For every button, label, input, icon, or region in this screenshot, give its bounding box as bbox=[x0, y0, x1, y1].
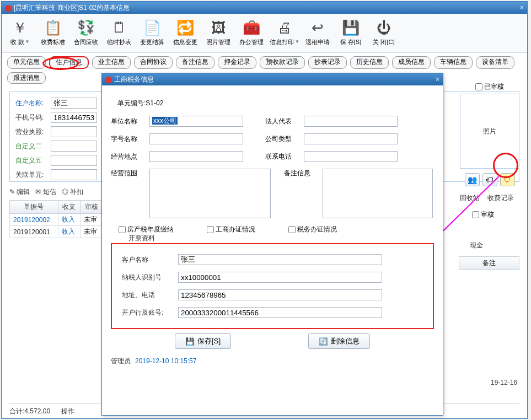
window-title: [昆明汇笨科技·商业区]S1-02的基本信息 bbox=[14, 4, 130, 12]
toolbar-btn-2[interactable]: 💱合同应收 bbox=[70, 17, 102, 50]
audit-checkbox[interactable]: 审核 bbox=[472, 210, 494, 219]
scope-textarea[interactable] bbox=[149, 169, 271, 218]
fill-button[interactable]: ◎ 补扣 bbox=[62, 187, 83, 197]
tab-9[interactable]: 成员信息 bbox=[392, 56, 431, 69]
cust-label: 客户名称 bbox=[122, 255, 178, 265]
ctype-label: 公司类型 bbox=[265, 134, 298, 144]
toolbar-btn-8[interactable]: 🖨信息打印▼ bbox=[269, 17, 301, 50]
tab-6[interactable]: 预收款记录 bbox=[260, 56, 305, 69]
save-button[interactable]: 💾保存[S] bbox=[175, 333, 231, 349]
company-input[interactable]: xxx公司 bbox=[149, 116, 243, 127]
addrtel-input[interactable] bbox=[178, 289, 382, 300]
tag-icon-button[interactable]: 🏷 bbox=[482, 173, 497, 186]
toolbar-btn-0[interactable]: ￥收 款▼ bbox=[4, 17, 36, 50]
brand-label: 字号名称 bbox=[111, 134, 144, 144]
toolbar-icon: 🖨 bbox=[275, 18, 294, 37]
taxid-label: 纳税人识别号 bbox=[122, 273, 178, 282]
bank-input[interactable] bbox=[178, 307, 382, 318]
toolbar-btn-6[interactable]: 🖼照片管理 bbox=[202, 17, 234, 50]
custom2-input[interactable] bbox=[51, 141, 97, 152]
modal-title-bar: 工商税务信息 × bbox=[102, 73, 443, 85]
chk-property-tax[interactable]: 房产税年度缴纳 bbox=[119, 225, 174, 234]
toolbar-btn-5[interactable]: 🔁信息变更 bbox=[169, 17, 201, 50]
table-row[interactable]: 2019120001收入未审 bbox=[10, 226, 103, 238]
fee-record-link[interactable]: 收费记录 bbox=[487, 193, 514, 203]
records-table: 单据号收支审核 2019120002收入未审2019120001收入未审 bbox=[9, 200, 103, 238]
legal-label: 法人代表 bbox=[265, 117, 298, 126]
license-label: 营业执照: bbox=[15, 127, 49, 137]
tab-0[interactable]: 单元信息 bbox=[7, 56, 46, 69]
cust-input[interactable] bbox=[178, 254, 382, 265]
taxid-input[interactable] bbox=[178, 272, 382, 283]
toolbar-icon: 📄 bbox=[143, 18, 162, 37]
toolbar-btn-10[interactable]: 💾保 存[S] bbox=[335, 17, 367, 50]
related-unit-input[interactable] bbox=[51, 169, 97, 180]
tab-12[interactable]: 跟进消息 bbox=[7, 72, 46, 84]
unit-no-label: 单元编号: bbox=[117, 99, 146, 107]
oper-label: 操作 bbox=[61, 407, 74, 416]
remark-textarea[interactable] bbox=[323, 169, 433, 218]
shield-icon-button[interactable]: 🛡 bbox=[500, 173, 515, 186]
resident-name-input[interactable] bbox=[51, 98, 97, 109]
main-toolbar: ￥收 款▼📋收费标准💱合同应收🗒临时抄表📄变更结算🔁信息变更🖼照片管理🧰办公管理… bbox=[2, 14, 527, 53]
tab-11[interactable]: 设备清单 bbox=[476, 56, 514, 69]
remark-label: 备注信息 bbox=[284, 169, 317, 178]
chk-tax-cert[interactable]: 税务办证情况 bbox=[288, 225, 337, 234]
right-panel: 已审核 照片 👥 🏷 🛡 bbox=[460, 82, 519, 186]
custom5-label: 自定义五 bbox=[15, 156, 49, 165]
recycle-link[interactable]: 回收站 bbox=[460, 193, 480, 203]
tax-info-modal: 工商税务信息 × 单元编号:S1-02 单位名称 xxx公司 法人代表 字号名称… bbox=[101, 73, 443, 416]
tab-7[interactable]: 抄表记录 bbox=[308, 56, 347, 69]
toolbar-btn-9[interactable]: ↩退租申请 bbox=[302, 17, 334, 50]
tab-5[interactable]: 押金记录 bbox=[218, 56, 256, 69]
admin-label: 管理员 bbox=[111, 357, 131, 365]
toolbar-icon: ￥ bbox=[10, 18, 29, 37]
phone-label: 手机号码: bbox=[15, 113, 49, 122]
unit-no-value: S1-02 bbox=[146, 99, 163, 107]
edit-button[interactable]: ✎ 编辑 bbox=[9, 187, 30, 197]
addrtel-label: 地址、电话 bbox=[122, 290, 178, 300]
license-input[interactable] bbox=[51, 126, 97, 137]
delete-button[interactable]: 🔄删除信息 bbox=[308, 333, 370, 349]
toolbar-btn-3[interactable]: 🗒临时抄表 bbox=[103, 17, 135, 50]
toolbar-btn-7[interactable]: 🧰办公管理 bbox=[235, 17, 267, 50]
toolbar-icon: 📋 bbox=[44, 18, 62, 37]
total-label: 合计: bbox=[9, 407, 24, 415]
app-icon bbox=[5, 5, 12, 12]
tab-1[interactable]: 住户信息 bbox=[49, 56, 89, 69]
toolbar-icon: 💾 bbox=[341, 18, 360, 37]
company-label: 单位名称 bbox=[111, 117, 144, 126]
brand-input[interactable] bbox=[149, 133, 243, 144]
chevron-down-icon: ▼ bbox=[295, 39, 299, 44]
tab-4[interactable]: 备注信息 bbox=[176, 56, 214, 69]
toolbar-btn-11[interactable]: ⏻关 闭[C] bbox=[368, 17, 400, 50]
tab-8[interactable]: 历史信息 bbox=[350, 56, 389, 69]
photo-box[interactable]: 照片 bbox=[460, 94, 519, 169]
reviewed-checkbox[interactable]: 已审核 bbox=[460, 82, 519, 91]
chk-biz-cert[interactable]: 工商办证情况 bbox=[207, 225, 255, 234]
sms-button[interactable]: ✉ 短信 bbox=[35, 187, 56, 197]
tab-10[interactable]: 车辆信息 bbox=[434, 56, 473, 69]
tab-2[interactable]: 业主信息 bbox=[92, 56, 131, 69]
resident-name-label: 住户名称: bbox=[15, 99, 49, 108]
table-header: 单据号 bbox=[10, 201, 58, 214]
ctype-input[interactable] bbox=[304, 133, 398, 144]
toolbar-icon: 💱 bbox=[77, 18, 95, 37]
tab-3[interactable]: 合同协议 bbox=[134, 56, 173, 69]
remark-header: 备注 bbox=[459, 256, 519, 270]
addr-input[interactable] bbox=[149, 151, 243, 162]
user-icon-button[interactable]: 👥 bbox=[465, 173, 480, 186]
delete-icon: 🔄 bbox=[319, 337, 328, 346]
chevron-down-icon: ▼ bbox=[25, 39, 30, 44]
window-close-button[interactable]: × bbox=[520, 2, 524, 14]
legal-input[interactable] bbox=[304, 116, 398, 127]
toolbar-btn-4[interactable]: 📄变更结算 bbox=[136, 17, 168, 50]
toolbar-btn-1[interactable]: 📋收费标准 bbox=[37, 17, 69, 50]
modal-title: 工商税务信息 bbox=[114, 76, 154, 83]
table-row[interactable]: 2019120002收入未审 bbox=[10, 214, 103, 226]
tel-input[interactable] bbox=[304, 151, 398, 162]
phone-input[interactable] bbox=[51, 112, 97, 123]
toolbar-icon: ⏻ bbox=[374, 18, 393, 37]
custom5-input[interactable] bbox=[51, 155, 97, 166]
modal-close-button[interactable]: × bbox=[436, 73, 439, 85]
